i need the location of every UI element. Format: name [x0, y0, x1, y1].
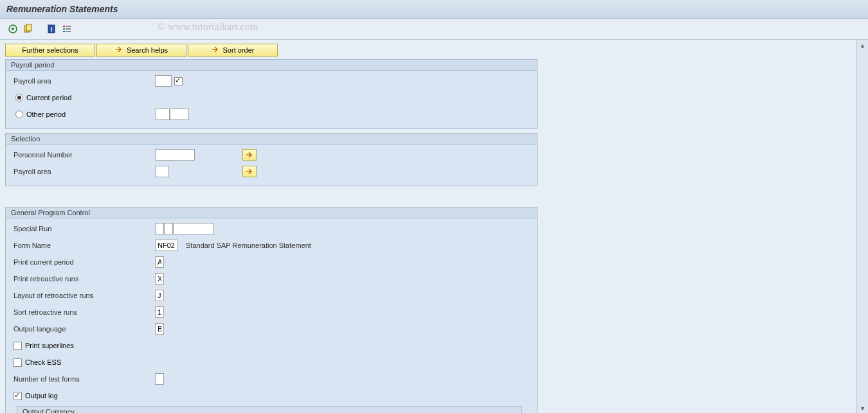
print-superlines-label: Print superlines: [25, 342, 74, 349]
other-period-radio[interactable]: Other period: [15, 110, 156, 118]
vertical-scrollbar[interactable]: ▴ ▾: [856, 40, 868, 413]
selection-group: Selection Personnel Number Payroll area: [5, 133, 538, 186]
svg-point-1: [12, 28, 14, 30]
output-currency-group: Output Currency For-Period In-Period: [17, 406, 522, 413]
print-superlines-checkbox[interactable]: [14, 342, 22, 350]
general-program-control-group: General Program Control Special Run Form…: [5, 207, 538, 413]
page-title-bar: Remuneration Statements: [0, 0, 868, 19]
payroll-area-label: Payroll area: [14, 77, 155, 85]
search-helps-label: Search helps: [127, 46, 168, 54]
variant-icon[interactable]: [22, 22, 35, 35]
test-forms-input[interactable]: [155, 373, 164, 385]
print-current-label: Print current period: [14, 258, 155, 266]
content-area: Further selections Search helps Sort ord…: [0, 40, 868, 413]
sort-retro-input[interactable]: [155, 306, 164, 318]
further-selections-button[interactable]: Further selections: [5, 44, 95, 57]
output-log-checkbox[interactable]: [14, 392, 22, 400]
sort-order-label: Sort order: [223, 46, 255, 54]
payroll-period-group: Payroll period Payroll area Current peri…: [5, 59, 538, 129]
print-retro-input[interactable]: [155, 273, 164, 285]
search-helps-button[interactable]: Search helps: [96, 44, 186, 57]
svg-rect-10: [66, 28, 71, 30]
svg-rect-9: [66, 26, 71, 27]
arrow-right-icon: [212, 46, 219, 54]
radio-checked-icon: [15, 94, 23, 101]
current-period-label: Current period: [26, 94, 71, 101]
sort-retro-label: Sort retroactive runs: [14, 308, 155, 316]
sel-payroll-area-multisel-button[interactable]: [242, 166, 257, 177]
payroll-period-title: Payroll period: [6, 60, 537, 71]
selection-title: Selection: [6, 134, 537, 145]
test-forms-label: Number of test forms: [14, 375, 155, 383]
special-run-input-2[interactable]: [164, 223, 173, 234]
other-period-label: Other period: [26, 110, 66, 118]
payroll-area-input[interactable]: [155, 75, 172, 87]
output-log-label: Output log: [25, 392, 58, 400]
general-title: General Program Control: [6, 207, 537, 218]
sel-payroll-area-input[interactable]: [155, 166, 169, 177]
execute-icon[interactable]: [6, 22, 19, 35]
radio-unchecked-icon: [15, 110, 23, 118]
selection-buttons-row: Further selections Search helps Sort ord…: [5, 44, 863, 57]
scroll-up-icon[interactable]: ▴: [858, 40, 868, 50]
sort-order-button[interactable]: Sort order: [188, 44, 278, 57]
check-ess-label: Check ESS: [25, 358, 61, 366]
form-name-input[interactable]: [155, 240, 178, 251]
check-ess-checkbox[interactable]: [14, 358, 22, 367]
layout-retro-label: Layout of retroactive runs: [14, 292, 155, 299]
watermark-text: © www.tutorialkart.com: [158, 21, 258, 33]
app-toolbar: i © www.tutorialkart.com: [0, 19, 868, 40]
further-selections-label: Further selections: [22, 46, 78, 54]
layout-retro-input[interactable]: [155, 290, 164, 301]
svg-text:i: i: [51, 26, 53, 33]
print-retro-label: Print retroactive runs: [14, 275, 155, 283]
svg-rect-11: [66, 31, 71, 32]
svg-rect-6: [63, 26, 65, 27]
special-run-input-3[interactable]: [173, 223, 214, 234]
output-lang-input[interactable]: [155, 323, 164, 335]
sel-payroll-area-label: Payroll area: [14, 168, 155, 175]
svg-rect-7: [63, 28, 65, 30]
other-period-input-2[interactable]: [170, 109, 189, 120]
arrow-right-icon: [115, 46, 123, 54]
special-run-input-1[interactable]: [155, 223, 164, 234]
print-current-input[interactable]: [155, 256, 164, 268]
output-lang-label: Output language: [14, 325, 155, 333]
current-period-radio[interactable]: Current period: [15, 94, 71, 101]
personnel-number-label: Personnel Number: [14, 151, 155, 159]
personnel-number-multisel-button[interactable]: [242, 149, 257, 161]
form-name-label: Form Name: [14, 242, 155, 249]
payroll-area-help-icon[interactable]: [174, 77, 183, 85]
other-period-input-1[interactable]: [156, 109, 170, 120]
svg-rect-3: [26, 24, 32, 31]
svg-rect-8: [63, 31, 65, 32]
special-run-label: Special Run: [14, 225, 155, 233]
personnel-number-input[interactable]: [155, 149, 195, 161]
info-icon[interactable]: i: [45, 22, 58, 35]
form-name-description: Standard SAP Remuneration Statement: [186, 242, 311, 249]
page-title: Remuneration Statements: [6, 4, 118, 14]
output-currency-title: Output Currency: [17, 407, 521, 413]
scroll-down-icon[interactable]: ▾: [858, 403, 868, 413]
list-icon[interactable]: [60, 22, 73, 35]
